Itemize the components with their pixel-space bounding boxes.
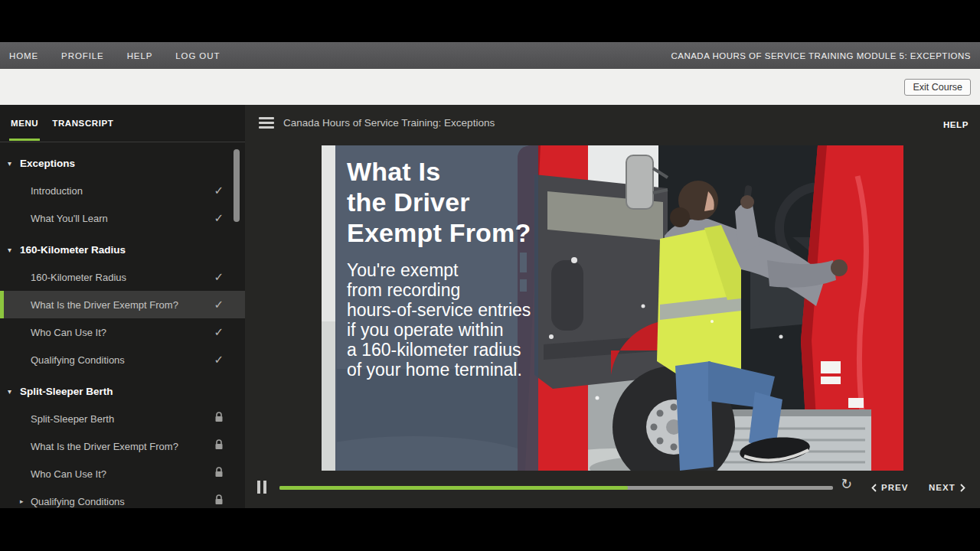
player-controls: ↻ PREV NEXT [245, 471, 980, 508]
tab-transcript[interactable]: TRANSCRIPT [52, 119, 113, 128]
check-icon: ✓ [214, 211, 224, 225]
section-label: 160-Kilometer Radius [20, 244, 126, 256]
nav-home-link[interactable]: HOME [9, 51, 38, 60]
sidebar-item-split-sleeper-berth[interactable]: Split-Sleeper Berth [0, 405, 245, 432]
menu-item-label: What You'll Learn [31, 213, 108, 224]
prev-button[interactable]: PREV [871, 483, 908, 492]
sidebar-item-who-can-use-it[interactable]: Who Can Use It? ✓ [0, 318, 245, 346]
sub-bar: Exit Course [0, 69, 980, 106]
chevron-right-icon [960, 484, 965, 492]
player-header: Canada Hours of Service Training: Except… [245, 105, 980, 145]
prev-label: PREV [881, 483, 908, 492]
course-title: Canada Hours of Service Training: Except… [283, 117, 495, 129]
player-help-link[interactable]: HELP [943, 120, 969, 129]
chevron-down-icon: ▾ [0, 159, 20, 168]
tab-menu[interactable]: MENU [11, 119, 38, 128]
sidebar-item-who-can-use-it-locked[interactable]: Who Can Use It? [0, 460, 245, 487]
nav-help-link[interactable]: HELP [127, 51, 153, 60]
content-area: MENU TRANSCRIPT ▾ Exceptions Introductio… [0, 105, 980, 508]
menu-item-label: Who Can Use It? [31, 468, 106, 480]
menu-item-label: 160-Kilometer Radius [31, 272, 126, 283]
sidebar-section-split-sleeper-berth[interactable]: ▾ Split-Sleeper Berth [0, 377, 245, 405]
sidebar-section-160km-radius[interactable]: ▾ 160-Kilometer Radius [0, 236, 245, 263]
menu-item-label: Qualifying Conditions [31, 354, 125, 366]
sidebar-item-what-is-driver-exempt-from-locked[interactable]: What Is the Driver Exempt From? [0, 432, 245, 460]
section-label: Split-Sleeper Berth [20, 386, 113, 397]
seekbar[interactable] [279, 486, 833, 490]
sidebar-item-qualifying-conditions-locked[interactable]: ▸ Qualifying Conditions [0, 487, 245, 508]
screen: HOME PROFILE HELP LOG OUT CANADA HOURS O… [0, 0, 980, 551]
chevron-left-icon [871, 484, 877, 492]
lock-icon [214, 439, 224, 453]
slide-title: What Is the Driver Exempt From? [347, 156, 531, 248]
menu-item-label: Introduction [31, 185, 83, 197]
sidebar-section-exceptions[interactable]: ▾ Exceptions [0, 149, 245, 177]
chevron-right-icon: ▸ [20, 497, 31, 505]
check-icon: ✓ [214, 298, 224, 311]
next-button[interactable]: NEXT [929, 483, 965, 492]
menu-item-label: Split-Sleeper Berth [31, 413, 114, 425]
check-icon: ✓ [214, 270, 224, 284]
top-nav: HOME PROFILE HELP LOG OUT CANADA HOURS O… [0, 42, 980, 69]
chevron-down-icon: ▾ [0, 246, 20, 254]
check-icon: ✓ [214, 325, 224, 339]
pause-button[interactable] [257, 481, 270, 494]
check-icon: ✓ [214, 184, 224, 197]
exit-course-button[interactable]: Exit Course [904, 79, 971, 96]
sidebar-item-qualifying-conditions[interactable]: Qualifying Conditions ✓ [0, 346, 245, 373]
lock-icon [214, 494, 224, 508]
section-label: Exceptions [20, 158, 75, 169]
sidebar-menu: ▾ Exceptions Introduction ✓ What You'll … [0, 142, 245, 508]
lock-icon [214, 467, 224, 481]
sidebar-item-what-is-driver-exempt-from[interactable]: What Is the Driver Exempt From? ✓ [0, 291, 245, 318]
check-icon: ✓ [214, 353, 224, 367]
chevron-down-icon: ▾ [0, 387, 20, 396]
sidebar-item-what-youll-learn[interactable]: What You'll Learn ✓ [0, 204, 245, 232]
next-label: NEXT [929, 483, 956, 492]
slide-body-text: You're exempt from recording hours-of-se… [347, 260, 531, 380]
replay-icon[interactable]: ↻ [839, 475, 854, 494]
menu-item-label: Who Can Use It? [31, 327, 106, 338]
menu-item-label: Qualifying Conditions [31, 496, 125, 507]
menu-item-label: What Is the Driver Exempt From? [31, 441, 178, 452]
sidebar-item-160km-radius[interactable]: 160-Kilometer Radius ✓ [0, 263, 245, 291]
nav-profile-link[interactable]: PROFILE [61, 51, 104, 60]
module-title: CANADA HOURS OF SERVICE TRAINING MODULE … [671, 51, 971, 60]
sidebar-scrollbar[interactable] [234, 149, 240, 222]
sidebar: MENU TRANSCRIPT ▾ Exceptions Introductio… [0, 105, 245, 508]
sidebar-item-introduction[interactable]: Introduction ✓ [0, 177, 245, 204]
seekbar-fill [279, 486, 628, 490]
nav-logout-link[interactable]: LOG OUT [175, 51, 220, 60]
slide-canvas: What Is the Driver Exempt From? You're e… [322, 145, 903, 471]
menu-item-label: What Is the Driver Exempt From? [31, 299, 178, 311]
hamburger-icon[interactable] [259, 117, 274, 129]
sidebar-tabbar: MENU TRANSCRIPT [0, 105, 245, 142]
lock-icon [214, 412, 224, 425]
